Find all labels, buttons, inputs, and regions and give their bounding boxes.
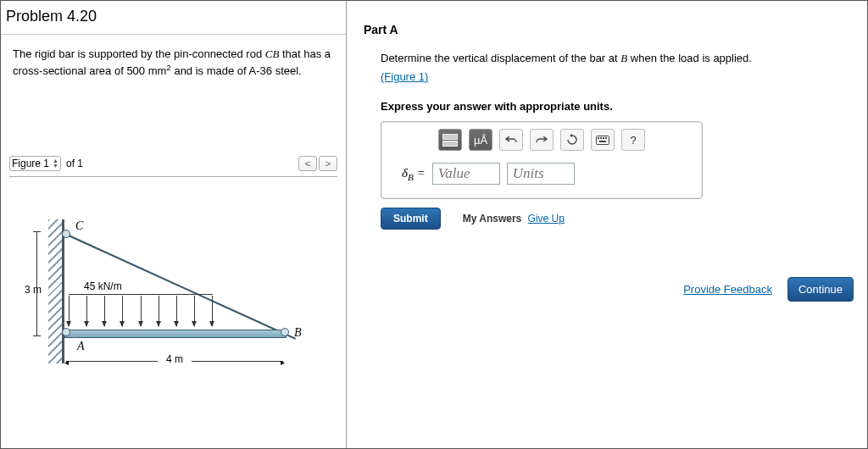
label-c: C [75, 219, 83, 233]
figure-diagram: 45 kN/m C A B 3 m ◂▸ 4 m [26, 219, 306, 372]
svg-rect-1 [598, 137, 599, 139]
part-a-question: Determine the vertical displacement of t… [362, 45, 850, 67]
figure-of-label: of 1 [66, 158, 83, 169]
redo-icon [536, 135, 548, 145]
distributed-load-arrows [69, 296, 213, 330]
pin-a [62, 328, 70, 336]
keyboard-button[interactable] [591, 129, 615, 151]
figure-selector-bar: Figure 1 ▲▼ of 1 < > [9, 156, 337, 171]
give-up-link[interactable]: Give Up [528, 213, 565, 224]
figure-link[interactable]: (Figure 1) [381, 70, 428, 83]
beam-ab [64, 330, 287, 338]
pin-c [62, 230, 70, 238]
dimension-vertical-label: 3 m [16, 284, 42, 296]
figure-area: 45 kN/m C A B 3 m ◂▸ 4 m [9, 176, 337, 413]
submit-row: Submit My Answers Give Up [381, 199, 850, 238]
load-label: 45 kN/m [84, 280, 122, 292]
load-top-line [69, 294, 213, 295]
part-a-heading: Part A [364, 1, 850, 45]
question-post: when the load is applied. [627, 52, 752, 64]
undo-icon [505, 135, 517, 145]
problem-description: The rigid bar is supported by the pin-co… [1, 35, 346, 88]
fraction-icon [442, 134, 458, 147]
svg-rect-3 [603, 137, 604, 139]
help-button[interactable]: ? [621, 129, 645, 151]
svg-rect-2 [600, 137, 602, 139]
label-b: B [294, 326, 302, 340]
answer-input-row: δB = [381, 159, 702, 198]
continue-button[interactable]: Continue [787, 277, 854, 302]
dimension-vertical: 3 m [28, 231, 47, 336]
wall-hatch [48, 219, 62, 363]
provide-feedback-link[interactable]: Provide Feedback [683, 283, 772, 296]
my-answers-label: My Answers [463, 213, 522, 224]
keyboard-icon [596, 136, 609, 145]
figure-next-button[interactable]: > [319, 156, 337, 171]
units-format-button[interactable]: µÅ [469, 129, 492, 151]
figure-prev-button[interactable]: < [298, 156, 317, 171]
figure-dropdown-label: Figure 1 [12, 158, 49, 169]
value-input[interactable] [432, 163, 500, 185]
template-fraction-button[interactable] [438, 129, 462, 151]
wall-line [62, 219, 64, 363]
express-instruction: Express your answer with appropriate uni… [362, 91, 850, 121]
problem-title: Problem 4.20 [1, 1, 346, 35]
pin-b [281, 328, 289, 336]
problem-text-pre: The rigid bar is supported by the pin-co… [13, 47, 265, 60]
redo-button[interactable] [530, 129, 554, 151]
answer-toolbar: µÅ ? [381, 122, 702, 159]
problem-text-post: and is made of A-36 steel. [171, 65, 302, 78]
stepper-icon: ▲▼ [53, 158, 58, 169]
dimension-horizontal: ◂▸ 4 m [66, 355, 283, 367]
my-answers-area: My Answers Give Up [463, 213, 565, 224]
answer-box: µÅ ? δB = [381, 121, 703, 199]
label-a: A [77, 340, 85, 353]
svg-rect-4 [605, 137, 607, 139]
svg-rect-5 [599, 141, 606, 142]
rod-label: CB [265, 47, 280, 60]
reset-icon [566, 134, 578, 146]
submit-button[interactable]: Submit [381, 208, 441, 230]
figure-dropdown[interactable]: Figure 1 ▲▼ [9, 156, 61, 171]
question-pre: Determine the vertical displacement of t… [381, 52, 620, 64]
undo-button[interactable] [499, 129, 523, 151]
answer-symbol: δB = [402, 166, 426, 182]
units-input[interactable] [507, 163, 575, 185]
dimension-horizontal-label: 4 m [158, 353, 192, 365]
footer-row: Provide Feedback Continue [683, 277, 854, 302]
reset-button[interactable] [560, 129, 584, 151]
